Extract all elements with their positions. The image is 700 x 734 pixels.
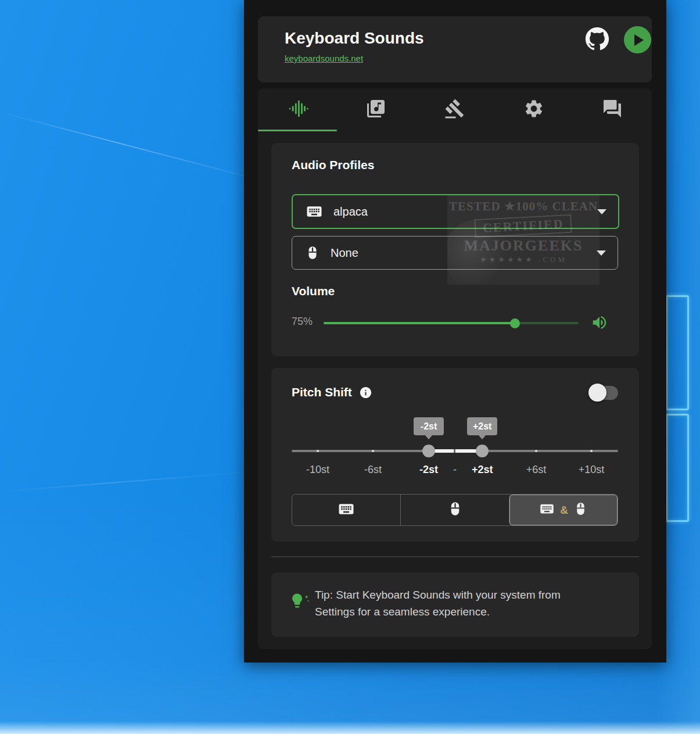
start-daemon-button[interactable] — [624, 26, 651, 53]
gavel-icon — [444, 98, 465, 121]
tab-bar — [258, 88, 652, 131]
ampersand-label: & — [560, 504, 568, 517]
mode-keyboard-button[interactable] — [292, 495, 400, 525]
keyboard-profile-dropdown[interactable]: alpaca — [292, 194, 619, 229]
chevron-down-icon — [597, 250, 606, 256]
library-music-icon — [365, 98, 386, 121]
low-pitch-handle[interactable] — [422, 445, 435, 457]
volume-percent: 75% — [292, 316, 313, 328]
section-divider — [271, 556, 639, 557]
app-title: Keyboard Sounds — [285, 29, 424, 48]
tab-audio-profiles[interactable] — [258, 88, 337, 131]
tab-feedback[interactable] — [573, 88, 652, 131]
scale-label: -10st — [306, 464, 329, 476]
mode-keyboard-and-mouse-button[interactable]: & — [509, 495, 618, 525]
graphic-eq-icon — [286, 98, 308, 122]
scale-label: +6st — [526, 464, 547, 476]
volume-slider[interactable] — [324, 322, 579, 324]
slider-tick — [372, 450, 374, 452]
slider-tick — [535, 450, 537, 452]
keyboard-sounds-window: Keyboard Sounds keyboardsounds.net — [244, 0, 666, 663]
volume-up-icon[interactable] — [591, 314, 608, 334]
mode-mouse-button[interactable] — [400, 495, 509, 525]
forum-chat-icon — [602, 98, 623, 121]
high-pitch-handle[interactable] — [476, 445, 489, 457]
pitch-scale-labels: -10st -6st -2st - +2st +6st +10st — [292, 464, 618, 478]
scale-label: +10st — [579, 464, 605, 476]
slider-center-tick — [454, 449, 455, 453]
mouse-icon — [305, 245, 320, 260]
chevron-down-icon — [597, 209, 606, 214]
wallpaper-light-streak — [0, 471, 249, 492]
pitch-range-slider[interactable] — [292, 450, 618, 452]
volume-slider-thumb[interactable] — [510, 318, 520, 328]
tip-text: Tip: Start Keyboard Sounds with your sys… — [315, 586, 593, 620]
audio-profiles-card: Audio Profiles alpaca None Volume 75% — [271, 143, 639, 356]
mouse-profile-value: None — [331, 246, 358, 260]
tip-card: Tip: Start Keyboard Sounds with your sys… — [271, 572, 639, 637]
keyboard-profile-value: alpaca — [333, 205, 368, 219]
pitch-target-mode-group: & — [292, 494, 618, 526]
active-tab-indicator — [258, 130, 337, 131]
main-card: Audio Profiles alpaca None Volume 75% — [258, 88, 652, 649]
audio-profiles-heading: Audio Profiles — [292, 158, 374, 172]
header-card: Keyboard Sounds keyboardsounds.net — [258, 16, 652, 83]
github-button[interactable] — [584, 27, 610, 53]
volume-heading: Volume — [292, 284, 335, 298]
selected-range-bar — [429, 449, 482, 453]
high-handle-tooltip: +2st — [467, 417, 497, 435]
wallpaper-bottom-glow — [0, 721, 700, 734]
wallpaper-window-pane — [666, 295, 689, 410]
keyboard-icon — [338, 500, 355, 520]
keyboard-icon — [306, 203, 323, 220]
github-icon — [585, 27, 609, 53]
lightbulb-icon — [290, 592, 310, 614]
mouse-icon — [573, 502, 588, 518]
wallpaper-light-streak — [0, 112, 264, 181]
slider-tick — [317, 450, 319, 452]
mouse-profile-dropdown[interactable]: None — [292, 236, 618, 270]
scale-label: -2st — [419, 464, 438, 476]
scale-label: - — [453, 464, 457, 476]
gear-icon — [523, 98, 544, 121]
mouse-icon — [447, 501, 463, 519]
keyboard-icon — [539, 501, 555, 519]
slider-tick — [590, 450, 593, 452]
tab-settings[interactable] — [494, 88, 573, 131]
tab-profile-library[interactable] — [337, 88, 416, 131]
website-link[interactable]: keyboardsounds.net — [285, 53, 363, 63]
scale-label: -6st — [364, 464, 382, 476]
play-icon — [634, 34, 644, 46]
volume-slider-fill — [324, 322, 515, 324]
tab-rules[interactable] — [415, 88, 494, 131]
pitch-shift-card: Pitch Shift -2st +2st — [271, 368, 639, 542]
scale-label: +2st — [472, 464, 493, 476]
low-handle-tooltip: -2st — [414, 417, 444, 435]
wallpaper-window-pane — [666, 414, 689, 522]
